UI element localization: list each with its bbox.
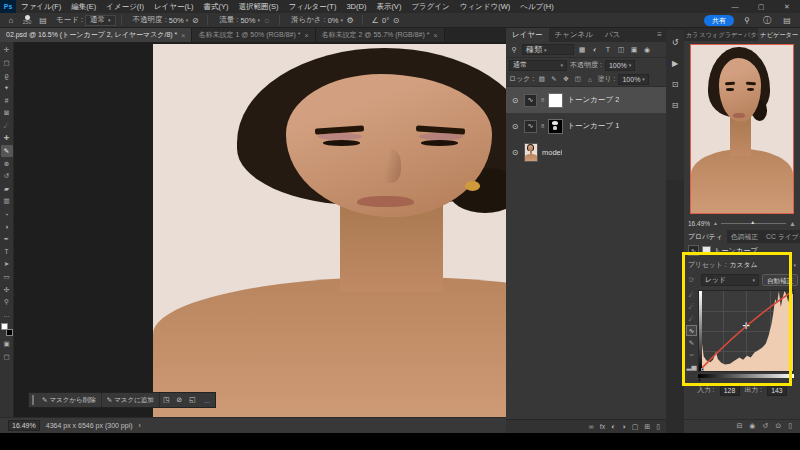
mask-option-icon[interactable]: ⊘ [173, 396, 186, 404]
mask-link-icon[interactable]: 8 [541, 123, 544, 129]
background-color-swatch[interactable] [6, 329, 13, 336]
clip-to-layer-icon[interactable]: ⊟ [736, 422, 742, 430]
search-icon[interactable]: ⚲ [740, 16, 754, 25]
smoothing-input[interactable]: 0% ▾ [328, 16, 343, 25]
gear-icon[interactable]: ⚙ [343, 16, 357, 25]
navigator-zoom-slider[interactable]: ▲ [721, 223, 786, 224]
pressure-opacity-icon[interactable]: ⊘ [188, 16, 202, 25]
visibility-eye-icon[interactable]: ⊙ [510, 122, 520, 131]
navigator-preview[interactable] [690, 44, 794, 214]
layer-effects-icon[interactable]: fx [600, 423, 605, 430]
filter-toggle-icon[interactable]: ◉ [642, 46, 652, 54]
lock-all-icon[interactable]: ⌂ [585, 76, 594, 83]
curves-graph[interactable]: ✛ [698, 290, 794, 372]
pen-tool[interactable]: ✒ [1, 233, 13, 246]
flow-input[interactable]: 50% ▾ [240, 16, 260, 25]
path-selection-tool[interactable]: ➤ [1, 258, 13, 271]
layer-row-curves-1[interactable]: ⊙ ∿ 8 トーンカーブ 1 [506, 113, 666, 139]
curves-adjustment-icon[interactable]: ∿ [524, 94, 537, 107]
layer-mask-thumbnail[interactable] [548, 93, 563, 108]
menu-plugins[interactable]: プラグイン [406, 0, 454, 13]
filter-shape-icon[interactable]: ◫ [616, 46, 626, 54]
link-layers-icon[interactable]: ∞ [589, 423, 594, 430]
shadows-input-slider[interactable]: ▲ [697, 376, 702, 382]
doc-tab-02psd[interactable]: 02.psd @ 16.5% (トーンカーブ 2, レイヤーマスク/8) * × [0, 28, 192, 42]
tab-swatches[interactable]: スウォッチ [697, 28, 716, 41]
mask-option-icon[interactable]: ◱ [186, 396, 199, 404]
quick-mask-button[interactable]: ▣ [1, 338, 13, 351]
menu-window[interactable]: ウィンドウ(W) [455, 0, 515, 13]
reset-icon[interactable]: ↺ [762, 422, 768, 430]
visibility-eye-icon[interactable]: ⊙ [510, 96, 520, 105]
marquee-tool[interactable]: ▢ [1, 57, 13, 70]
opacity-input[interactable]: 50% ▾ [169, 16, 189, 25]
histogram-icon[interactable]: ▂▅ [686, 361, 697, 372]
brush-tool[interactable]: ✎ [1, 145, 13, 158]
filter-type-icon[interactable]: T [603, 46, 613, 53]
zoom-tool[interactable]: ⚲ [1, 296, 13, 309]
close-icon[interactable]: × [433, 32, 437, 39]
layer-mask-thumbnail[interactable] [548, 119, 563, 134]
menu-type[interactable]: 書式(Y) [199, 0, 234, 13]
filter-smart-object-icon[interactable]: ▣ [629, 46, 639, 54]
tab-paths[interactable]: パス [599, 28, 626, 42]
brush-preset-picker[interactable]: 250 [18, 15, 36, 25]
workspace-icon[interactable]: ▤ [780, 16, 794, 25]
menu-view[interactable]: 表示(V) [371, 0, 406, 13]
menu-select[interactable]: 選択範囲(S) [234, 0, 284, 13]
dodge-tool[interactable]: ◑ [1, 220, 13, 233]
mask-link-icon[interactable]: 8 [541, 97, 544, 103]
layer-row-curves-2[interactable]: ⊙ ∿ 8 トーンカーブ 2 [506, 87, 666, 113]
menu-help[interactable]: ヘルプ(H) [515, 0, 558, 13]
fill-input[interactable]: 100% ▾ [618, 74, 648, 85]
share-button[interactable]: 共有 [704, 15, 734, 26]
tab-patterns[interactable]: パターン [742, 28, 758, 41]
pressure-size-icon[interactable]: ⊙ [389, 16, 403, 25]
close-icon[interactable]: × [304, 32, 308, 39]
new-group-icon[interactable]: ▢ [632, 423, 639, 431]
crop-tool[interactable]: # [1, 94, 13, 107]
slider-thumb[interactable]: ▲ [750, 219, 755, 225]
layer-name[interactable]: トーンカーブ 2 [567, 95, 619, 105]
tab-cc-libraries[interactable]: CC ライブラリ [762, 230, 800, 243]
new-layer-icon[interactable]: ⊞ [644, 423, 650, 431]
angle-value[interactable]: 0° [382, 16, 389, 25]
tab-color[interactable]: カラー [684, 28, 697, 41]
foreground-color-swatch[interactable] [1, 323, 8, 330]
eyedropper-tool[interactable]: ☄ [1, 120, 13, 133]
actions-panel-icon[interactable]: ▶ [672, 59, 678, 68]
layer-name[interactable]: トーンカーブ 1 [567, 121, 619, 131]
subtract-from-mask-button[interactable]: ✎ マスクから削除 [37, 393, 102, 407]
previous-state-icon[interactable]: ◉ [749, 422, 755, 430]
tab-adjustments[interactable]: 色調補正 [727, 230, 762, 243]
zoom-level-input[interactable]: 16.49% [8, 420, 40, 431]
more-tools-button[interactable]: … [1, 308, 13, 321]
move-tool[interactable]: ✛ [1, 44, 13, 57]
mask-option-icon[interactable]: ◳ [160, 396, 173, 404]
menu-image[interactable]: イメージ(I) [101, 0, 149, 13]
menu-layer[interactable]: レイヤー(L) [149, 0, 199, 13]
navigator-zoom-input[interactable]: 16.49% [688, 220, 710, 227]
filter-kind-select[interactable]: 種類 ▾ [522, 44, 574, 55]
curves-adjustment-icon[interactable]: ∿ [524, 120, 537, 133]
black-point-eyedropper-icon[interactable]: ☄ [686, 289, 697, 300]
status-chevron-icon[interactable]: › [139, 422, 141, 429]
blur-tool[interactable]: ◔ [1, 208, 13, 221]
blend-mode-select[interactable]: 通常 ▾ [85, 15, 116, 26]
zoom-out-mountain-icon[interactable]: ▲ [713, 220, 718, 226]
help-icon[interactable]: ⓘ [760, 15, 774, 26]
targeted-adjustment-tool-icon[interactable]: ☞ [686, 275, 698, 284]
menu-3d[interactable]: 3D(D) [341, 0, 371, 13]
history-panel-icon[interactable]: ↺ [672, 38, 679, 47]
layer-blend-mode-select[interactable]: 通常 ▾ [509, 60, 567, 71]
doc-tab-untitled1[interactable]: 名称未設定 1 @ 50% (RGB/8#) * × [192, 28, 315, 42]
add-to-mask-button[interactable]: ✎ マスクに追加 [102, 393, 160, 407]
adjustment-layer-icon[interactable]: ◑ [621, 423, 625, 430]
delete-layer-icon[interactable]: ▯ [656, 423, 660, 431]
type-tool[interactable]: T [1, 246, 13, 259]
highlights-input-slider[interactable]: ▲ [788, 376, 793, 382]
lock-position-icon[interactable]: ✥ [561, 75, 570, 83]
channel-select[interactable]: レッド ▾ [701, 274, 759, 286]
auto-correct-button[interactable]: 自動補正 [762, 274, 798, 286]
shape-tool[interactable]: ▭ [1, 271, 13, 284]
